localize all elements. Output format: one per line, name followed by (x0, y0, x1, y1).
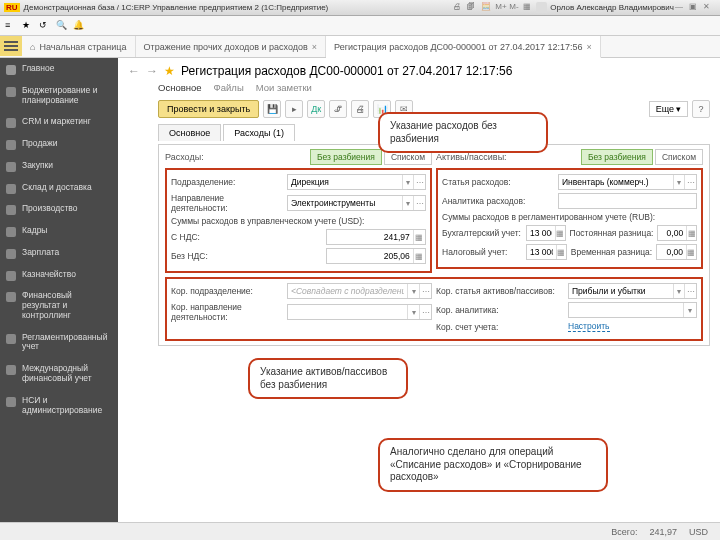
inner-tab-expenses[interactable]: Расходы (1) (223, 124, 295, 141)
toolbar-icon[interactable]: M+ (495, 2, 507, 14)
tab-registration[interactable]: Регистрация расходов ДС00-000001 от 27.0… (326, 36, 601, 58)
search-icon[interactable]: 🔍 (55, 19, 69, 33)
maximize-icon[interactable]: ▣ (689, 2, 701, 14)
inner-tab-main[interactable]: Основное (158, 124, 221, 141)
mode-nobreak-left[interactable]: Без разбиения (310, 149, 382, 165)
sidebar-item-purchases[interactable]: Закупки (0, 155, 118, 177)
calc-icon[interactable]: ▦ (686, 226, 696, 240)
toolbar-icon[interactable]: 🖨 (453, 2, 465, 14)
sidebar-item-crm[interactable]: CRM и маркетинг (0, 111, 118, 133)
novat-field[interactable]: ▦ (326, 248, 426, 264)
sidebar-item-treasury[interactable]: Казначейство (0, 264, 118, 286)
vr-field[interactable]: ▦ (656, 244, 697, 260)
bu-input[interactable] (527, 228, 555, 238)
sidebar-item-ifrs[interactable]: Международный финансовый учет (0, 358, 118, 390)
user-chip[interactable]: Орлов Александр Владимирович (536, 2, 674, 13)
nu-input[interactable] (527, 247, 556, 257)
toolbar-icon[interactable]: M- (509, 2, 521, 14)
kor-art-field[interactable]: ▾⋯ (568, 283, 697, 299)
sidebar-item-main[interactable]: Главное (0, 58, 118, 80)
nu-field[interactable]: ▦ (526, 244, 567, 260)
direction-field[interactable]: ▾⋯ (287, 195, 426, 211)
dropdown-icon[interactable]: ▾ (683, 303, 696, 317)
kor-dir-input[interactable] (288, 307, 407, 317)
calc-icon[interactable]: ▦ (413, 230, 425, 244)
sidebar-item-budget[interactable]: Бюджетирование и планирование (0, 80, 118, 112)
favorite-icon[interactable]: ★ (164, 64, 175, 78)
close-icon[interactable]: × (312, 42, 317, 52)
minimize-icon[interactable]: — (675, 2, 687, 14)
calc-icon[interactable]: ▦ (413, 249, 425, 263)
save-icon[interactable]: 💾 (263, 100, 281, 118)
close-icon[interactable]: ✕ (703, 2, 715, 14)
sidebar-item-production[interactable]: Производство (0, 198, 118, 220)
open-icon[interactable]: ⋯ (684, 284, 696, 298)
close-icon[interactable]: × (587, 42, 592, 52)
dept-input[interactable] (288, 177, 402, 187)
bu-field[interactable]: ▦ (526, 225, 566, 241)
mode-list-right[interactable]: Списком (655, 149, 703, 165)
kor-anal-field[interactable]: ▾ (568, 302, 697, 318)
back-icon[interactable]: ← (128, 64, 140, 78)
kor-dir-field[interactable]: ▾⋯ (287, 304, 432, 320)
more-button[interactable]: Еще▾ (649, 101, 688, 117)
menu-icon[interactable]: ≡ (4, 19, 18, 33)
toolbar-icon[interactable]: ▦ (523, 2, 535, 14)
toolbar-icon[interactable]: 🧮 (481, 2, 493, 14)
pr-input[interactable] (658, 228, 686, 238)
vat-field[interactable]: ▦ (326, 229, 426, 245)
article-field[interactable]: ▾⋯ (558, 174, 697, 190)
vat-input[interactable] (327, 232, 413, 242)
dropdown-icon[interactable]: ▾ (407, 305, 419, 319)
sidebar-item-sales[interactable]: Продажи (0, 133, 118, 155)
hamburger-icon[interactable] (0, 36, 22, 56)
kor-anal-input[interactable] (569, 305, 683, 315)
open-icon[interactable]: ⋯ (413, 175, 425, 189)
configure-link[interactable]: Настроить (568, 321, 610, 332)
open-icon[interactable]: ⋯ (419, 305, 431, 319)
mode-nobreak-right[interactable]: Без разбиения (581, 149, 653, 165)
calc-icon[interactable]: ▦ (686, 245, 696, 259)
sidebar-item-finance[interactable]: Финансовый результат и контроллинг (0, 285, 118, 326)
forward-icon[interactable]: → (146, 64, 158, 78)
sidebar-item-salary[interactable]: Зарплата (0, 242, 118, 264)
star-icon[interactable]: ★ (21, 19, 35, 33)
kor-dept-input[interactable] (288, 286, 407, 296)
sidebar-item-regulated[interactable]: Регламентированный учет (0, 327, 118, 359)
dropdown-icon[interactable]: ▾ (402, 175, 414, 189)
open-icon[interactable]: ⋯ (413, 196, 425, 210)
dropdown-icon[interactable]: ▾ (673, 175, 685, 189)
dept-field[interactable]: ▾⋯ (287, 174, 426, 190)
subnav-main[interactable]: Основное (158, 82, 202, 94)
bell-icon[interactable]: 🔔 (72, 19, 86, 33)
open-icon[interactable]: ⋯ (419, 284, 431, 298)
submit-close-button[interactable]: Провести и закрыть (158, 100, 259, 118)
sidebar-item-warehouse[interactable]: Склад и доставка (0, 177, 118, 199)
analytics-field[interactable] (558, 193, 697, 209)
kor-dept-field[interactable]: ▾⋯ (287, 283, 432, 299)
help-button[interactable]: ? (692, 100, 710, 118)
post-icon[interactable]: ▸ (285, 100, 303, 118)
calc-icon[interactable]: ▦ (556, 245, 566, 259)
tab-reflection[interactable]: Отражение прочих доходов и расходов× (136, 36, 327, 57)
subnav-files[interactable]: Файлы (214, 82, 244, 94)
dropdown-icon[interactable]: ▾ (407, 284, 419, 298)
subnav-notes[interactable]: Мои заметки (256, 82, 312, 94)
link-icon[interactable]: 🖇 (329, 100, 347, 118)
calc-icon[interactable]: ▦ (555, 226, 565, 240)
toolbar-icon[interactable]: 🗐 (467, 2, 479, 14)
open-icon[interactable]: ⋯ (684, 175, 696, 189)
novat-input[interactable] (327, 251, 413, 261)
article-input[interactable] (559, 177, 673, 187)
kor-art-input[interactable] (569, 286, 673, 296)
dropdown-icon[interactable]: ▾ (673, 284, 685, 298)
sidebar-item-nsi[interactable]: НСИ и администрирование (0, 390, 118, 422)
history-icon[interactable]: ↺ (38, 19, 52, 33)
pr-field[interactable]: ▦ (657, 225, 697, 241)
vr-input[interactable] (657, 247, 686, 257)
tab-home[interactable]: ⌂Начальная страница (22, 36, 136, 57)
sidebar-item-hr[interactable]: Кадры (0, 220, 118, 242)
dropdown-icon[interactable]: ▾ (402, 196, 414, 210)
dk-icon[interactable]: Дк (307, 100, 325, 118)
direction-input[interactable] (288, 198, 402, 208)
